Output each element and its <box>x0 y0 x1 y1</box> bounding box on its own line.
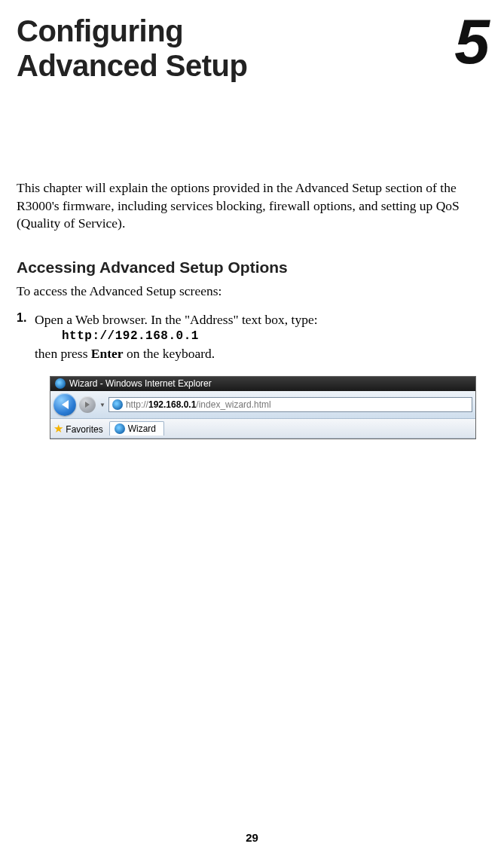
star-icon: ★ <box>53 422 63 435</box>
step-url: http://192.168.0.1 <box>62 329 318 345</box>
favorites-label: Favorites <box>66 424 102 435</box>
arrow-left-icon <box>62 400 69 409</box>
step-text-b-pre: then press <box>35 346 91 361</box>
ie-icon <box>55 378 66 389</box>
step-body: Open a Web browser. In the "Address" tex… <box>35 311 318 363</box>
browser-screenshot: Wizard - Windows Internet Explorer ▼ htt… <box>50 376 476 439</box>
browser-nav-bar: ▼ http://192.168.0.1/index_wizard.html <box>50 391 475 419</box>
addr-bold: 192.168.0.1 <box>148 399 196 410</box>
chapter-title-line2: Advanced Setup <box>17 49 247 82</box>
address-bar[interactable]: http://192.168.0.1/index_wizard.html <box>108 397 472 412</box>
section-lead: To access the Advanced Setup screens: <box>17 283 487 301</box>
addr-prefix: http:// <box>126 399 148 410</box>
browser-title-bar: Wizard - Windows Internet Explorer <box>50 377 475 391</box>
back-button[interactable] <box>53 393 76 416</box>
step-number: 1. <box>17 311 35 363</box>
chapter-title: Configuring Advanced Setup <box>17 14 247 83</box>
history-dropdown-icon[interactable]: ▼ <box>99 402 105 408</box>
forward-button[interactable] <box>79 396 96 413</box>
addr-suffix: /index_wizard.html <box>196 399 270 410</box>
chapter-number: 5 <box>454 14 487 71</box>
tab-label: Wizard <box>128 423 156 434</box>
intro-paragraph: This chapter will explain the options pr… <box>17 179 487 233</box>
favorites-button[interactable]: ★ Favorites <box>53 422 103 436</box>
tab-ie-icon <box>115 423 125 434</box>
chapter-title-line1: Configuring <box>17 14 183 47</box>
ie-page-icon <box>112 399 123 410</box>
arrow-right-icon <box>85 402 90 408</box>
step-text-b-post: on the keyboard. <box>124 346 215 361</box>
page-number: 29 <box>0 831 504 844</box>
section-heading: Accessing Advanced Setup Options <box>17 258 487 277</box>
browser-tab[interactable]: Wizard <box>109 421 164 436</box>
favorites-bar: ★ Favorites Wizard <box>50 419 475 439</box>
step-text-b-bold: Enter <box>91 346 124 361</box>
window-title: Wizard - Windows Internet Explorer <box>69 378 212 389</box>
step-text-a: Open a Web browser. In the "Address" tex… <box>35 312 318 327</box>
step-1: 1. Open a Web browser. In the "Address" … <box>17 311 487 363</box>
